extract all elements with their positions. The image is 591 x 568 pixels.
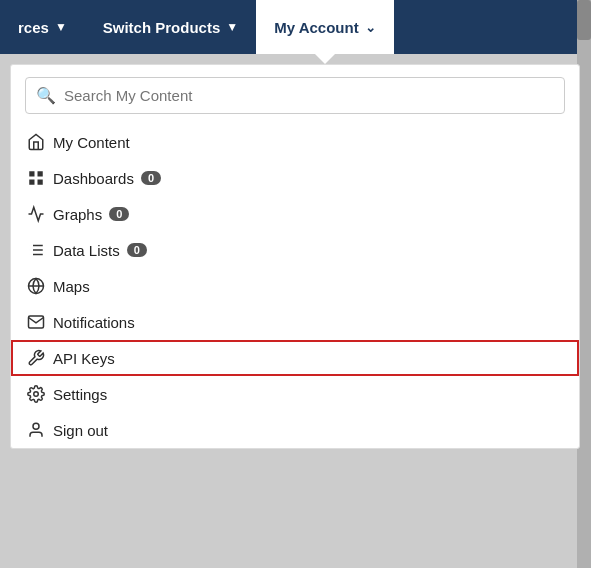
menu-item-sign-out[interactable]: Sign out [11, 412, 579, 448]
menu-item-data-lists[interactable]: Data Lists0 [11, 232, 579, 268]
nav-item-my-account[interactable]: My Account ⌄ [256, 0, 393, 54]
menu-item-dashboards[interactable]: Dashboards0 [11, 160, 579, 196]
nav-resources-label: rces [18, 19, 49, 36]
api-keys-icon [27, 349, 53, 367]
svg-rect-1 [38, 171, 43, 176]
notifications-icon [27, 313, 53, 331]
menu-item-maps-label: Maps [53, 278, 90, 295]
nav-item-switch-products[interactable]: Switch Products ▼ [85, 0, 256, 54]
chevron-down-icon: ⌄ [365, 20, 376, 35]
menu-item-dashboards-badge: 0 [141, 171, 161, 185]
chevron-down-icon: ▼ [55, 20, 67, 34]
sign-out-icon [27, 421, 53, 439]
svg-point-13 [33, 423, 39, 429]
graphs-icon [27, 205, 53, 223]
menu-item-graphs[interactable]: Graphs0 [11, 196, 579, 232]
menu-item-dashboards-label: Dashboards [53, 170, 134, 187]
nav-my-account-label: My Account [274, 19, 358, 36]
nav-item-resources[interactable]: rces ▼ [0, 0, 85, 54]
menu-item-notifications-label: Notifications [53, 314, 135, 331]
menu-item-settings[interactable]: Settings [11, 376, 579, 412]
data-lists-icon [27, 241, 53, 259]
my-content-icon [27, 133, 53, 151]
menu-item-my-content-label: My Content [53, 134, 130, 151]
menu-item-settings-label: Settings [53, 386, 107, 403]
menu-list: My ContentDashboards0Graphs0Data Lists0M… [11, 124, 579, 448]
menu-item-notifications[interactable]: Notifications [11, 304, 579, 340]
menu-item-graphs-label: Graphs [53, 206, 102, 223]
maps-icon [27, 277, 53, 295]
menu-item-data-lists-label: Data Lists [53, 242, 120, 259]
navbar: rces ▼ Switch Products ▼ My Account ⌄ [0, 0, 591, 54]
search-icon: 🔍 [36, 86, 56, 105]
nav-switch-products-label: Switch Products [103, 19, 221, 36]
search-input[interactable] [64, 87, 554, 104]
menu-item-api-keys[interactable]: API Keys [11, 340, 579, 376]
menu-item-data-lists-badge: 0 [127, 243, 147, 257]
settings-icon [27, 385, 53, 403]
scrollbar-thumb[interactable] [577, 0, 591, 40]
svg-point-12 [34, 392, 39, 397]
menu-item-api-keys-label: API Keys [53, 350, 115, 367]
svg-rect-0 [29, 171, 34, 176]
search-box[interactable]: 🔍 [25, 77, 565, 114]
chevron-down-icon: ▼ [226, 20, 238, 34]
menu-item-graphs-badge: 0 [109, 207, 129, 221]
svg-rect-2 [29, 180, 34, 185]
menu-item-sign-out-label: Sign out [53, 422, 108, 439]
menu-item-my-content[interactable]: My Content [11, 124, 579, 160]
menu-item-maps[interactable]: Maps [11, 268, 579, 304]
dropdown-panel: 🔍 My ContentDashboards0Graphs0Data Lists… [10, 64, 580, 449]
svg-rect-3 [38, 180, 43, 185]
dashboards-icon [27, 169, 53, 187]
